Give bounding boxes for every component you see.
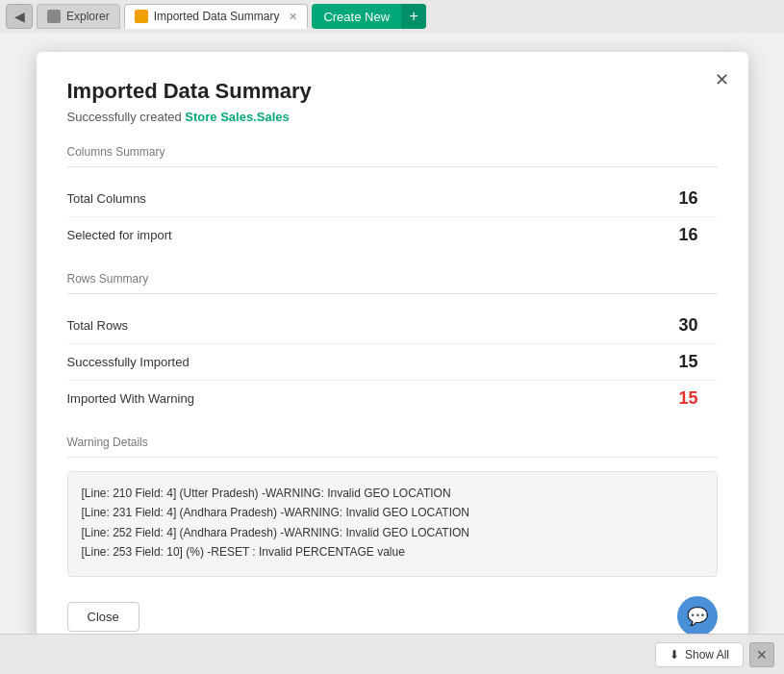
- modal: ✕ Imported Data Summary Successfully cre…: [37, 52, 748, 634]
- create-new-button[interactable]: Create New +: [312, 4, 426, 29]
- modal-footer: Close 💬: [67, 596, 718, 634]
- tab-explorer[interactable]: Explorer: [37, 4, 120, 29]
- modal-title: Imported Data Summary: [67, 79, 718, 104]
- total-rows-row: Total Rows 30: [67, 308, 718, 344]
- successfully-imported-row: Successfully Imported 15: [67, 344, 718, 381]
- data-icon: [135, 10, 148, 23]
- tab-close-icon[interactable]: ✕: [289, 11, 297, 23]
- imported-with-warning-row: Imported With Warning 15: [67, 381, 718, 416]
- back-icon: ◀: [14, 9, 25, 24]
- tab-explorer-label: Explorer: [66, 10, 110, 23]
- warning-line-3: [Line: 252 Field: 4] (Andhara Pradesh) -…: [82, 523, 703, 542]
- imported-with-warning-label: Imported With Warning: [67, 391, 679, 406]
- successfully-imported-value: 15: [679, 352, 718, 372]
- columns-summary-label: Columns Summary: [67, 145, 718, 159]
- modal-subtitle: Successfully created Store Sales.Sales: [67, 110, 718, 124]
- total-rows-label: Total Rows: [67, 318, 679, 333]
- imported-with-warning-value: 15: [679, 388, 718, 409]
- subtitle-text: Successfully created: [67, 110, 186, 124]
- warning-line-1: [Line: 210 Field: 4] (Utter Pradesh) -WA…: [82, 484, 703, 503]
- warning-line-4: [Line: 253 Field: 10] (%) -RESET : Inval…: [82, 542, 703, 562]
- selected-for-import-value: 16: [679, 225, 718, 245]
- close-button[interactable]: Close: [67, 602, 139, 632]
- tab-bar: ◀ Explorer Imported Data Summary ✕ Creat…: [0, 0, 784, 33]
- chat-icon: 💬: [687, 606, 708, 627]
- back-button[interactable]: ◀: [6, 4, 33, 29]
- selected-for-import-label: Selected for import: [67, 228, 679, 242]
- warning-details-label: Warning Details: [67, 436, 718, 449]
- rows-summary-label: Rows Summary: [67, 272, 718, 286]
- total-columns-label: Total Columns: [67, 191, 679, 206]
- subtitle-highlight: Store Sales.Sales: [185, 110, 289, 124]
- total-rows-value: 30: [679, 315, 718, 336]
- bottom-bar: ⬇ Show All ✕: [0, 634, 784, 674]
- warning-line-2: [Line: 231 Field: 4] (Andhara Pradesh) -…: [82, 503, 703, 522]
- download-icon: ⬇: [670, 648, 679, 662]
- total-columns-row: Total Columns 16: [67, 181, 718, 217]
- main-area: ✕ Imported Data Summary Successfully cre…: [0, 33, 784, 634]
- chat-fab-button[interactable]: 💬: [677, 596, 718, 634]
- modal-close-button[interactable]: ✕: [715, 69, 729, 90]
- tab-imported-data-label: Imported Data Summary: [154, 10, 280, 23]
- columns-divider: [67, 166, 718, 167]
- successfully-imported-label: Successfully Imported: [67, 355, 679, 369]
- columns-summary-section: Columns Summary Total Columns 16 Selecte…: [67, 145, 718, 272]
- rows-stats: Total Rows 30 Successfully Imported 15 I…: [67, 308, 718, 416]
- rows-divider: [67, 293, 718, 294]
- total-columns-value: 16: [679, 188, 718, 209]
- explorer-icon: [47, 10, 61, 23]
- show-all-button[interactable]: ⬇ Show All: [655, 642, 744, 667]
- show-all-label: Show All: [685, 648, 729, 662]
- create-new-label: Create New: [312, 10, 401, 24]
- warning-details-section: Warning Details [Line: 210 Field: 4] (Ut…: [67, 436, 718, 577]
- selected-for-import-row: Selected for import 16: [67, 217, 718, 253]
- tab-imported-data-summary[interactable]: Imported Data Summary ✕: [124, 4, 309, 29]
- warning-box: [Line: 210 Field: 4] (Utter Pradesh) -WA…: [67, 471, 718, 577]
- warning-divider: [67, 457, 718, 458]
- bottom-close-button[interactable]: ✕: [749, 642, 774, 667]
- create-new-plus-icon: +: [401, 4, 426, 29]
- columns-stats: Total Columns 16 Selected for import 16: [67, 181, 718, 253]
- rows-summary-section: Rows Summary Total Rows 30 Successfully …: [67, 272, 718, 436]
